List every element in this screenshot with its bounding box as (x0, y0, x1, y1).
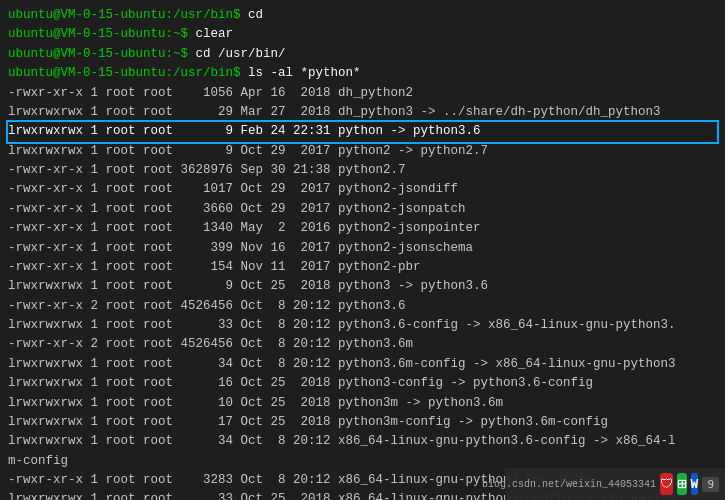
taskbar: blog.csdn.net/weixin_44053341 🛡 ⊞ W 9 (505, 468, 725, 500)
terminal-line-line2: ubuntu@VM-0-15-ubuntu:~$ clear (8, 25, 717, 44)
terminal-line-line21: lrwxrwxrwx 1 root root 10 Oct 25 2018 py… (8, 394, 717, 413)
terminal-line-line11: -rwxr-xr-x 1 root root 3660 Oct 29 2017 … (8, 200, 717, 219)
terminal-line-line16: -rwxr-xr-x 2 root root 4526456 Oct 8 20:… (8, 297, 717, 316)
terminal-line-line23: lrwxrwxrwx 1 root root 34 Oct 8 20:12 x8… (8, 432, 717, 451)
terminal-line-line1: ubuntu@VM-0-15-ubuntu:/usr/bin$ cd (8, 6, 717, 25)
taskbar-plus-icon[interactable]: ⊞ (677, 473, 687, 495)
taskbar-badge: 9 (702, 477, 719, 492)
terminal-line-line3: ubuntu@VM-0-15-ubuntu:~$ cd /usr/bin/ (8, 45, 717, 64)
terminal: ubuntu@VM-0-15-ubuntu:/usr/bin$ cdubuntu… (0, 0, 725, 500)
terminal-line-line12: -rwxr-xr-x 1 root root 1340 May 2 2016 p… (8, 219, 717, 238)
terminal-line-line7: lrwxrwxrwx 1 root root 9 Feb 24 22:31 py… (8, 122, 717, 141)
taskbar-word-icon[interactable]: W (691, 473, 699, 495)
terminal-line-line13: -rwxr-xr-x 1 root root 399 Nov 16 2017 p… (8, 239, 717, 258)
terminal-line-line10: -rwxr-xr-x 1 root root 1017 Oct 29 2017 … (8, 180, 717, 199)
terminal-line-line14: -rwxr-xr-x 1 root root 154 Nov 11 2017 p… (8, 258, 717, 277)
terminal-line-line22: lrwxrwxrwx 1 root root 17 Oct 25 2018 py… (8, 413, 717, 432)
terminal-line-line20: lrwxrwxrwx 1 root root 16 Oct 25 2018 py… (8, 374, 717, 393)
terminal-line-line8: lrwxrwxrwx 1 root root 9 Oct 29 2017 pyt… (8, 142, 717, 161)
terminal-line-line4: ubuntu@VM-0-15-ubuntu:/usr/bin$ ls -al *… (8, 64, 717, 83)
terminal-line-line17: lrwxrwxrwx 1 root root 33 Oct 8 20:12 py… (8, 316, 717, 335)
terminal-line-line18: -rwxr-xr-x 2 root root 4526456 Oct 8 20:… (8, 335, 717, 354)
taskbar-url: blog.csdn.net/weixin_44053341 (482, 479, 656, 490)
taskbar-shield-icon[interactable]: 🛡 (660, 473, 673, 495)
terminal-line-line5: -rwxr-xr-x 1 root root 1056 Apr 16 2018 … (8, 84, 717, 103)
terminal-line-line15: lrwxrwxrwx 1 root root 9 Oct 25 2018 pyt… (8, 277, 717, 296)
terminal-line-line9: -rwxr-xr-x 1 root root 3628976 Sep 30 21… (8, 161, 717, 180)
terminal-line-line19: lrwxrwxrwx 1 root root 34 Oct 8 20:12 py… (8, 355, 717, 374)
terminal-line-line6: lrwxrwxrwx 1 root root 29 Mar 27 2018 dh… (8, 103, 717, 122)
